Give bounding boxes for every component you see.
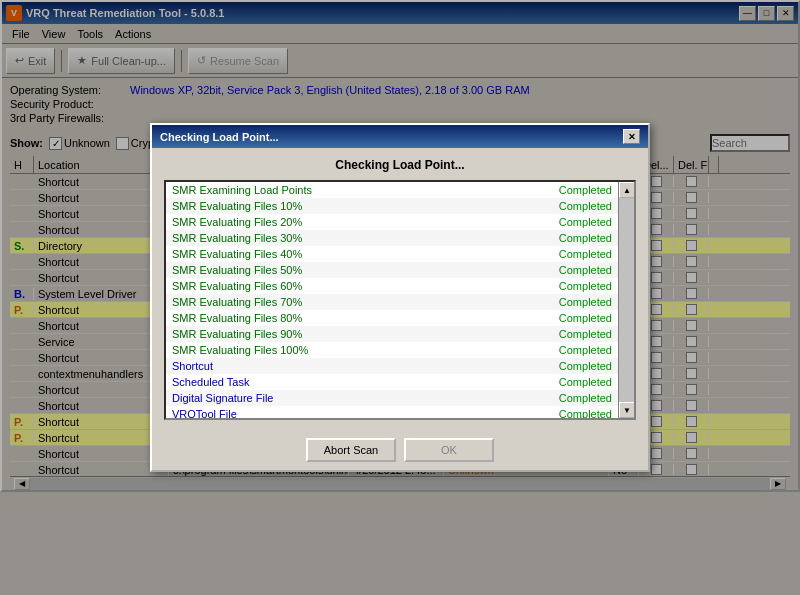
modal-header: Checking Load Point...: [164, 158, 636, 172]
scan-list-item: Scheduled TaskCompleted: [166, 374, 618, 390]
scan-item-label: SMR Evaluating Files 90%: [172, 328, 302, 340]
modal-footer: Abort Scan OK: [152, 430, 648, 470]
scan-item-status: Completed: [559, 184, 612, 196]
scan-scrollbar: ▲ ▼: [618, 182, 634, 418]
scan-item-status: Completed: [559, 328, 612, 340]
scan-item-label: SMR Evaluating Files 10%: [172, 200, 302, 212]
scan-item-status: Completed: [559, 232, 612, 244]
scan-item-status: Completed: [559, 376, 612, 388]
scan-item-label: SMR Evaluating Files 30%: [172, 232, 302, 244]
scan-list-item: SMR Evaluating Files 60%Completed: [166, 278, 618, 294]
scan-item-status: Completed: [559, 360, 612, 372]
scan-item-label: SMR Evaluating Files 100%: [172, 344, 308, 356]
scan-item-status: Completed: [559, 296, 612, 308]
scan-item-status: Completed: [559, 392, 612, 404]
modal-title-bar: Checking Load Point... ✕: [152, 125, 648, 148]
scan-item-status: Completed: [559, 408, 612, 418]
scan-list-item: SMR Evaluating Files 100%Completed: [166, 342, 618, 358]
scan-item-label: SMR Examining Load Points: [172, 184, 312, 196]
scan-list-item: SMR Evaluating Files 10%Completed: [166, 198, 618, 214]
scan-list-item: SMR Evaluating Files 70%Completed: [166, 294, 618, 310]
scan-item-label: SMR Evaluating Files 50%: [172, 264, 302, 276]
scan-list-container: SMR Examining Load PointsCompletedSMR Ev…: [164, 180, 636, 420]
modal-close-btn[interactable]: ✕: [623, 129, 640, 144]
scan-item-label: SMR Evaluating Files 40%: [172, 248, 302, 260]
scan-item-label: Scheduled Task: [172, 376, 249, 388]
scan-list-item: SMR Evaluating Files 40%Completed: [166, 246, 618, 262]
scan-list-item: VRQTool FileCompleted: [166, 406, 618, 418]
scan-list[interactable]: SMR Examining Load PointsCompletedSMR Ev…: [166, 182, 618, 418]
modal-overlay: Checking Load Point... ✕ Checking Load P…: [0, 0, 800, 595]
scan-item-label: Digital Signature File: [172, 392, 274, 404]
scan-item-status: Completed: [559, 248, 612, 260]
scan-item-status: Completed: [559, 216, 612, 228]
scan-scroll-down[interactable]: ▼: [619, 402, 635, 418]
scan-scroll-up[interactable]: ▲: [619, 182, 635, 198]
ok-button[interactable]: OK: [404, 438, 494, 462]
scan-item-status: Completed: [559, 280, 612, 292]
scan-item-label: SMR Evaluating Files 70%: [172, 296, 302, 308]
scan-item-status: Completed: [559, 200, 612, 212]
scan-list-item: SMR Evaluating Files 30%Completed: [166, 230, 618, 246]
scan-modal: Checking Load Point... ✕ Checking Load P…: [150, 123, 650, 472]
scan-list-item: Digital Signature FileCompleted: [166, 390, 618, 406]
scan-item-status: Completed: [559, 312, 612, 324]
scan-scroll-track[interactable]: [619, 198, 634, 402]
scan-item-label: SMR Evaluating Files 20%: [172, 216, 302, 228]
scan-item-status: Completed: [559, 344, 612, 356]
scan-list-item: SMR Evaluating Files 90%Completed: [166, 326, 618, 342]
scan-list-item: SMR Evaluating Files 80%Completed: [166, 310, 618, 326]
scan-item-label: Shortcut: [172, 360, 213, 372]
scan-list-item: SMR Evaluating Files 20%Completed: [166, 214, 618, 230]
abort-scan-button[interactable]: Abort Scan: [306, 438, 396, 462]
scan-list-item: ShortcutCompleted: [166, 358, 618, 374]
scan-item-label: SMR Evaluating Files 80%: [172, 312, 302, 324]
scan-item-label: SMR Evaluating Files 60%: [172, 280, 302, 292]
scan-list-item: SMR Evaluating Files 50%Completed: [166, 262, 618, 278]
modal-body: Checking Load Point... SMR Examining Loa…: [152, 148, 648, 430]
scan-list-item: SMR Examining Load PointsCompleted: [166, 182, 618, 198]
scan-item-status: Completed: [559, 264, 612, 276]
modal-title-text: Checking Load Point...: [160, 131, 279, 143]
scan-item-label: VRQTool File: [172, 408, 237, 418]
